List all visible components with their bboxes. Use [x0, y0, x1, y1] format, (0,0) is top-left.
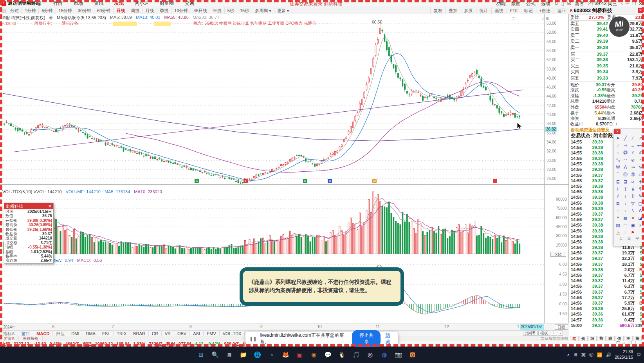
player-icon[interactable]: ◎	[365, 350, 375, 360]
toolbar-button-画线[interactable]: 画线	[491, 7, 507, 14]
tape-row[interactable]: 14:5639.3718.1万S	[569, 261, 644, 267]
orderbook-row-买四[interactable]: 买四39.343.9万	[569, 69, 644, 75]
period-tab-更多 ▾[interactable]: 更多 ▾	[274, 7, 292, 14]
indicator-tab-指标A[interactable]: 指标A	[0, 331, 18, 336]
draw-tool-icon-13[interactable]: ◠	[622, 156, 629, 164]
draw-tool-icon-54[interactable]: ⚑	[629, 229, 637, 236]
period-tab-45日线[interactable]: 45日线	[191, 7, 210, 14]
draw-tool-icon-24[interactable]: ⊑	[614, 178, 622, 185]
draw-tool-icon-21[interactable]: ⓖ	[622, 171, 629, 178]
mini-tray-icon[interactable]: ⇪	[634, 341, 637, 345]
draw-tool-icon-44[interactable]: ᴬ	[614, 214, 622, 222]
event-flag-S[interactable]: S	[195, 179, 199, 183]
period-tab-15秒[interactable]: 15秒	[237, 7, 252, 14]
indicator-tab-VR[interactable]: VR	[162, 331, 174, 336]
view-tab-细[interactable]: 细	[588, 336, 597, 341]
draw-tool-icon-35[interactable]: ✎	[637, 192, 644, 200]
tape-row[interactable]: 14:5739.360.4万S	[569, 317, 644, 323]
draw-tool-icon-1[interactable]: ╱	[622, 134, 629, 142]
draw-tool-icon-0[interactable]: ➤	[614, 134, 622, 142]
draw-tool-icon-25[interactable]: ⊒	[622, 178, 629, 185]
hide-share-bar-link[interactable]: 隐藏	[385, 332, 394, 345]
draw-tool-icon-18[interactable]: ↝	[629, 163, 637, 171]
draw-tool-icon-31[interactable]: ¶	[637, 185, 644, 193]
period-tab-月线[interactable]: 月线	[143, 7, 157, 14]
draw-tool-icon-45[interactable]: ▦	[622, 214, 629, 222]
corner-button-+[interactable]: +	[551, 330, 557, 336]
tray-expand-icon[interactable]: ∧	[567, 352, 570, 358]
draw-tool-icon-32[interactable]: ⫽	[614, 192, 622, 200]
draw-tool-icon-17[interactable]: ⋀	[622, 163, 629, 171]
draw-tool-icon-46[interactable]: ✕	[629, 214, 637, 222]
firefox-icon[interactable]: 🦊	[280, 350, 291, 360]
mini-tray-icon[interactable]: ☺	[622, 341, 626, 345]
draw-tool-icon-34[interactable]: ⫿	[629, 192, 637, 200]
indicator-tab-VOL-TDX[interactable]: VOL-TDX	[220, 331, 245, 336]
period-tab-10分钟[interactable]: 10分钟	[171, 7, 191, 14]
indicator-tab-OBV[interactable]: OBV	[174, 331, 190, 336]
tray-display-icon[interactable]: 🖥	[574, 352, 578, 357]
toolbar-button-标记[interactable]: 标记	[521, 7, 536, 14]
tape-row[interactable]: 15:0039.37590.5万239	[569, 323, 644, 328]
draw-tool-icon-14[interactable]: ⊘	[629, 156, 637, 164]
draw-tool-icon-53[interactable]: 〒	[622, 229, 629, 236]
indicator-tab-TRIX[interactable]: TRIX	[114, 331, 130, 336]
draw-tool-icon-47[interactable]: ◪	[637, 214, 644, 222]
store-icon[interactable]: 🅾	[407, 350, 418, 360]
draw-tool-icon-6[interactable]: ←	[629, 142, 637, 149]
period-tab-60分钟[interactable]: 60分钟	[94, 7, 114, 14]
event-flag-T[interactable]: T	[493, 179, 497, 183]
draw-tool-icon-49[interactable]: ▭	[622, 221, 629, 229]
start-icon[interactable]: ⊞	[196, 350, 206, 360]
draw-mode-平[interactable]: 平	[635, 236, 639, 241]
draw-tool-icon-15[interactable]: ◔	[637, 156, 644, 164]
drawing-toolbar-close-icon[interactable]: ✕	[614, 129, 621, 134]
refresh-icon[interactable]: ↻	[554, 1, 558, 6]
draw-tool-icon-38[interactable]: ▽	[629, 200, 637, 207]
indicator-tab-BRAR[interactable]: BRAR	[130, 331, 149, 336]
indicator-tab-DMI[interactable]: DMI	[68, 331, 83, 336]
toolbar-button-复权[interactable]: 复权	[430, 7, 446, 14]
period-badge[interactable]: 日线	[555, 324, 568, 330]
camera-icon[interactable]: 📷	[393, 350, 404, 360]
browser-icon[interactable]: ◍	[379, 350, 390, 360]
draw-tool-icon-16[interactable]: W	[614, 163, 622, 171]
mail-icon[interactable]: ✉	[567, 1, 571, 6]
tape-row[interactable]: 14:5639.3717.7万S	[569, 295, 644, 300]
tape-row[interactable]: 14:5639.376.3万S	[569, 283, 644, 289]
draw-tool-icon-12[interactable]: ⤡	[614, 156, 622, 164]
menu-问小达[interactable]: 问小达	[129, 0, 154, 7]
draw-tool-icon-11[interactable]: ⫻	[637, 149, 644, 156]
draw-tool-icon-27[interactable]: ⋕	[637, 178, 644, 185]
event-flag-T[interactable]: T	[244, 179, 248, 183]
toolbar-button-统计[interactable]: 统计	[476, 7, 491, 14]
draw-tool-icon-7[interactable]: ⟷	[637, 142, 644, 149]
ext-tab-扩展A[interactable]: 扩展A	[0, 336, 19, 341]
draw-tool-icon-20[interactable]: ⌒	[614, 171, 622, 178]
event-flag-融[interactable]: 融	[372, 179, 377, 183]
minimize-icon[interactable]: ─	[626, 1, 629, 6]
event-flag-B[interactable]: B	[328, 179, 332, 183]
music-icon[interactable]: 🎵	[351, 350, 361, 360]
draw-tool-icon-51[interactable]: ⌅	[637, 221, 644, 229]
toolbar-button-返回[interactable]: 返回	[554, 7, 569, 14]
toolbar-button-多股[interactable]: 多股	[461, 7, 476, 14]
edge-icon[interactable]: ◔	[266, 350, 277, 360]
period-tab-分时[interactable]: 分时	[7, 7, 22, 14]
menu-发现[interactable]: 发现	[109, 0, 129, 7]
notification-icon[interactable]: 🗨	[637, 352, 641, 357]
orderbook-row-买三[interactable]: 买三39.3521.6万	[569, 63, 644, 69]
corner-button-指标B[interactable]: 指标B	[523, 330, 538, 336]
draw-tool-icon-36[interactable]: ⧉	[614, 200, 622, 207]
view-tab-联[interactable]: 联	[606, 336, 615, 341]
orderbook-row-卖一[interactable]: 卖一39.3835.0万	[569, 45, 644, 51]
stop-sharing-button[interactable]: 停止共享	[352, 330, 381, 347]
tape-row[interactable]: 14:5639.375.9万B	[569, 300, 644, 306]
popup-close-icon[interactable]: ✕	[48, 203, 52, 209]
grid-icon[interactable]: ▤	[0, 8, 7, 13]
taskbar-clock[interactable]: 21:392025/1/15	[615, 349, 633, 360]
period-tab-15分钟[interactable]: 15分钟	[56, 7, 75, 14]
tape-row[interactable]: 14:5639.3711.4万S	[569, 278, 644, 283]
mobile-icon[interactable]: ▯	[561, 1, 564, 6]
tape-row[interactable]: 14:5639.3661.0万S	[569, 311, 644, 317]
